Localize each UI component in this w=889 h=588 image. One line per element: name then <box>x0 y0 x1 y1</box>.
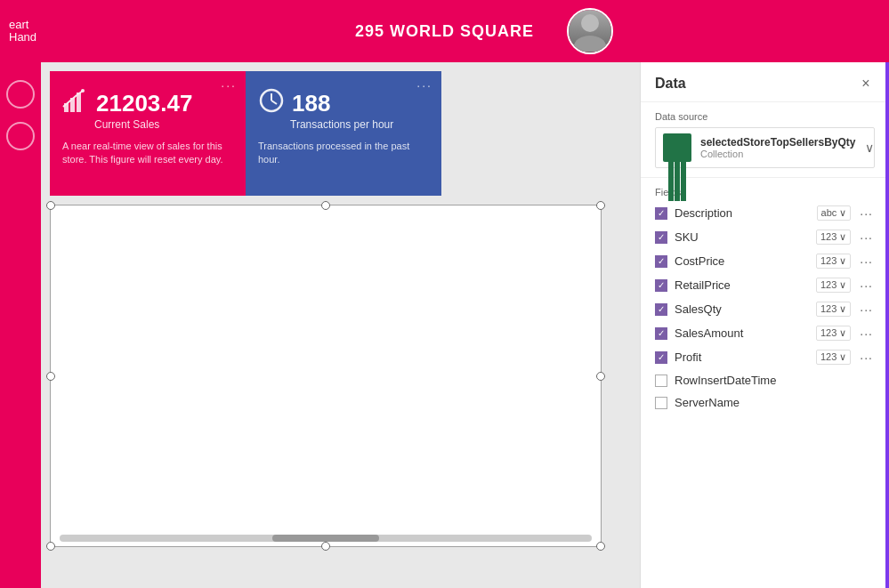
field-name: SalesQty <box>675 302 809 316</box>
field-row[interactable]: Profit123 ∨··· <box>641 345 889 369</box>
svg-point-1 <box>574 36 606 52</box>
grid-cell <box>675 139 680 201</box>
field-more-icon[interactable]: ··· <box>858 230 875 245</box>
field-type: 123 ∨ <box>816 230 851 245</box>
kpi-transactions-value-row: 188 <box>258 87 429 120</box>
right-panel: Data × Data source <box>640 62 889 588</box>
field-checkbox[interactable] <box>655 231 667 244</box>
field-checkbox[interactable] <box>655 255 667 268</box>
field-checkbox[interactable] <box>655 375 667 387</box>
main-area: ··· 21203.47 Cu <box>0 62 889 588</box>
field-checkbox[interactable] <box>655 351 667 364</box>
canvas-area: ··· 21203.47 Cu <box>0 62 640 588</box>
kpi-card-transactions[interactable]: ··· 188 Transactions per hour Transacti <box>246 71 441 196</box>
strip-circle-1 <box>6 80 35 109</box>
field-more-icon[interactable]: ··· <box>858 350 875 365</box>
sales-label: Current Sales <box>94 118 233 131</box>
field-more-icon[interactable]: ··· <box>858 326 875 341</box>
field-name: SKU <box>675 230 809 244</box>
scrollbar-thumb[interactable] <box>272 535 379 542</box>
fields-section: Fields Descriptionabc ∨···SKU123 ∨···Cos… <box>641 178 889 588</box>
handle-middle-right[interactable] <box>596 372 605 381</box>
close-button[interactable]: × <box>857 75 875 93</box>
pink-strip <box>0 62 41 588</box>
strip-circle-2 <box>6 122 35 150</box>
brand-logo: eart Hand <box>9 19 36 44</box>
transactions-value: 188 <box>292 90 330 117</box>
field-row[interactable]: CostPrice123 ∨··· <box>641 249 889 273</box>
field-row[interactable]: SKU123 ∨··· <box>641 225 889 249</box>
purple-accent-bar <box>885 62 889 588</box>
field-checkbox[interactable] <box>655 327 667 340</box>
brand-name: eart <box>9 19 36 31</box>
field-type: 123 ∨ <box>816 350 851 365</box>
sales-desc: A near real-time view of sales for this … <box>62 140 233 167</box>
field-row[interactable]: SalesAmount123 ∨··· <box>641 321 889 345</box>
field-type: 123 ∨ <box>816 278 851 293</box>
field-more-icon[interactable]: ··· <box>858 302 875 317</box>
datasource-name: selectedStoreTopSellersByQty <box>700 136 856 149</box>
panel-header: Data × <box>641 62 889 102</box>
field-more-icon[interactable]: ··· <box>858 278 875 293</box>
field-checkbox[interactable] <box>655 397 667 409</box>
field-more-icon[interactable]: ··· <box>858 254 875 269</box>
handle-top-right[interactable] <box>596 201 605 210</box>
svg-point-0 <box>581 14 599 32</box>
grid-icon <box>668 139 686 157</box>
canvas-content: ··· 21203.47 Cu <box>41 62 640 588</box>
chart-icon <box>62 87 89 120</box>
handle-middle-left[interactable] <box>46 372 55 381</box>
handle-top-left[interactable] <box>46 201 55 210</box>
field-row[interactable]: Descriptionabc ∨··· <box>641 201 889 225</box>
field-type: abc ∨ <box>817 205 852 221</box>
field-name: Description <box>675 206 810 220</box>
field-checkbox[interactable] <box>655 303 667 316</box>
svg-line-8 <box>271 101 277 104</box>
transactions-label: Transactions per hour <box>290 118 429 131</box>
datasource-chevron-icon[interactable]: ∨ <box>865 141 874 155</box>
field-checkbox[interactable] <box>655 279 667 292</box>
panel-title: Data <box>655 76 686 92</box>
field-checkbox[interactable] <box>655 207 667 220</box>
datasource-info: selectedStoreTopSellersByQty Collection <box>700 136 856 159</box>
datasource-type: Collection <box>700 149 856 159</box>
selection-scrollbar[interactable] <box>60 535 592 542</box>
kpi-sales-value-row: 21203.47 <box>62 87 233 120</box>
field-name: SalesAmount <box>675 326 809 340</box>
handle-bottom-left[interactable] <box>46 542 55 551</box>
clock-icon <box>258 87 285 120</box>
selection-box[interactable] <box>50 205 602 547</box>
field-name: RetailPrice <box>675 278 809 292</box>
field-type: 123 ∨ <box>816 254 851 269</box>
kpi-card-sales[interactable]: ··· 21203.47 Cu <box>50 71 246 196</box>
fields-list: Descriptionabc ∨···SKU123 ∨···CostPrice1… <box>641 201 889 414</box>
brand-sub: Hand <box>9 31 36 44</box>
handle-bottom-right[interactable] <box>596 542 605 551</box>
avatar <box>567 8 613 54</box>
datasource-icon <box>663 133 691 162</box>
header-title: 295 WORLD SQUARE <box>355 22 534 41</box>
avatar-image <box>569 10 611 52</box>
sales-value: 21203.47 <box>96 90 192 117</box>
data-source-section: Data source selec <box>641 102 889 178</box>
field-name: RowInsertDateTime <box>675 374 875 387</box>
field-row[interactable]: ServerName <box>641 391 889 414</box>
field-name: CostPrice <box>675 254 809 268</box>
field-name: ServerName <box>675 396 875 409</box>
field-row[interactable]: RetailPrice123 ∨··· <box>641 273 889 297</box>
field-row[interactable]: SalesQty123 ∨··· <box>641 297 889 321</box>
field-more-icon[interactable]: ··· <box>858 206 875 221</box>
data-source-box[interactable]: selectedStoreTopSellersByQty Collection … <box>655 127 875 168</box>
handle-top-middle[interactable] <box>321 201 330 210</box>
kpi-dots-transactions[interactable]: ··· <box>416 78 432 93</box>
header: eart Hand 295 WORLD SQUARE <box>0 0 889 62</box>
grid-cell <box>668 139 674 201</box>
field-type: 123 ∨ <box>816 326 851 341</box>
kpi-dots-sales[interactable]: ··· <box>221 78 237 93</box>
field-type: 123 ∨ <box>816 302 851 317</box>
transactions-desc: Transactions processed in the past hour. <box>258 140 429 167</box>
field-row[interactable]: RowInsertDateTime <box>641 369 889 391</box>
field-name: Profit <box>675 350 809 364</box>
header-left: eart Hand <box>0 0 36 62</box>
handle-bottom-middle[interactable] <box>321 542 330 551</box>
